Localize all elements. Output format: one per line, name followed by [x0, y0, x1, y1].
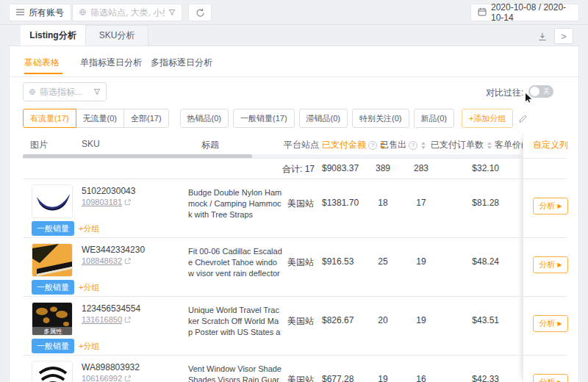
- chip-normal-sellers[interactable]: 一般销量(17): [233, 109, 295, 128]
- chip-all[interactable]: 全部(17): [123, 109, 169, 128]
- date-range-button[interactable]: 2020-10-08 / 2020-10-14: [470, 4, 579, 21]
- subtab-single-metric[interactable]: 单指标逐日分析: [80, 57, 142, 69]
- chip-new-products[interactable]: 新品(0): [414, 109, 454, 128]
- metric-filter-input-wrap: [23, 82, 107, 101]
- external-link-icon: [124, 375, 131, 382]
- row-divider: [23, 355, 567, 356]
- sales-tag[interactable]: 一般销量: [32, 280, 74, 295]
- add-to-group-link[interactable]: +分组: [79, 282, 99, 293]
- window-visor-image: [32, 244, 73, 277]
- all-accounts-label: 所有账号: [29, 7, 64, 19]
- paid-amount-value: $826.67: [322, 315, 354, 325]
- sort-icon[interactable]: [487, 142, 492, 149]
- sort-icon[interactable]: [421, 142, 426, 149]
- help-icon[interactable]: ?: [368, 141, 377, 150]
- unit-price-value: $42.33: [443, 374, 499, 382]
- analyze-button[interactable]: 分析▶: [533, 374, 568, 382]
- col-header-paid-orders[interactable]: 已支付订单数: [431, 139, 492, 151]
- edit-groups-button[interactable]: [519, 114, 528, 123]
- chip-label: 滞销品(0): [306, 113, 340, 124]
- chevron-right-icon: >: [561, 31, 567, 42]
- tab-sku-label: SKU分析: [99, 29, 135, 42]
- product-thumbnail[interactable]: [32, 361, 73, 382]
- subtab-divider: [10, 76, 579, 77]
- world-map-image: 多属性: [32, 303, 73, 336]
- col-header-title: 标题: [201, 139, 219, 151]
- analyze-button[interactable]: 分析▶: [533, 198, 568, 215]
- listing-title: Unique World Travel Tracker Scratch Off …: [188, 305, 282, 339]
- listing-id-link[interactable]: 106166992: [82, 374, 131, 382]
- help-icon[interactable]: ?: [409, 141, 417, 150]
- metric-icon: [29, 85, 36, 98]
- col-header-unit-price: 客单价(已支付: [495, 139, 523, 151]
- add-to-group-link[interactable]: +分组: [79, 223, 99, 234]
- all-accounts-button[interactable]: 所有账号: [9, 4, 71, 21]
- calendar-icon: [478, 7, 487, 18]
- toggle-off-label: 关: [543, 87, 550, 96]
- analyze-button[interactable]: 分析▶: [533, 315, 568, 332]
- row-divider: [23, 296, 567, 297]
- chip-label: 全部(17): [131, 113, 162, 124]
- external-link-icon: [124, 199, 131, 206]
- pencil-icon: [519, 114, 528, 123]
- product-thumbnail[interactable]: [32, 243, 73, 277]
- analyze-caret-icon: ▶: [557, 380, 562, 382]
- tab-listing-analysis[interactable]: Listing分析: [21, 25, 85, 46]
- subtab-multi-label: 多指标逐日分析: [151, 57, 212, 68]
- product-thumbnail[interactable]: [32, 184, 73, 218]
- listing-id-link[interactable]: 131616850: [82, 315, 131, 324]
- analyze-caret-icon: ▶: [557, 262, 562, 268]
- site-filter-input[interactable]: [90, 7, 165, 18]
- collapse-panel-button[interactable]: >: [554, 28, 573, 44]
- chip-hot-sellers[interactable]: 热销品(0): [180, 109, 229, 128]
- analyze-button[interactable]: 分析▶: [533, 256, 568, 273]
- col-header-site: 平台站点: [284, 139, 319, 151]
- add-to-group-link[interactable]: +分组: [79, 341, 99, 352]
- sales-tag[interactable]: 一般销量: [32, 339, 74, 353]
- listing-id-link[interactable]: 108848632: [82, 256, 131, 265]
- site-value: 美国站: [287, 198, 314, 210]
- summary-paid-orders: 283: [395, 163, 447, 173]
- site-filter-input-wrap: [72, 4, 182, 21]
- sku-value: 123456534554: [82, 303, 140, 314]
- chip-label: 一般销量(17): [240, 113, 287, 124]
- metric-filter-input[interactable]: [40, 87, 90, 97]
- funnel-icon: [168, 6, 176, 19]
- summary-paid-amount: $9083.37: [322, 163, 359, 173]
- chip-label: 热销品(0): [187, 113, 221, 124]
- sales-tag[interactable]: 一般销量: [32, 221, 74, 236]
- variant-badge: 多属性: [43, 328, 62, 335]
- paid-orders-value: 19: [395, 315, 447, 325]
- col-header-paid-amount[interactable]: 已支付金额 ?: [322, 139, 385, 151]
- col-header-sold[interactable]: 已售出 ?: [380, 139, 426, 151]
- download-icon: [538, 32, 547, 41]
- subtab-multi-metric[interactable]: 多指标逐日分析: [151, 57, 212, 69]
- listing-id-link[interactable]: 109803181: [82, 198, 131, 206]
- sku-value: 51022030043: [82, 186, 135, 196]
- analyze-caret-icon: ▶: [557, 203, 562, 209]
- paid-amount-value: $916.53: [322, 256, 354, 267]
- unit-price-value: $48.24: [443, 256, 499, 267]
- paid-orders-value: 17: [395, 198, 447, 208]
- chip-has-traffic[interactable]: 有流量(17): [23, 109, 76, 128]
- product-thumbnail[interactable]: 多属性: [32, 302, 73, 336]
- paid-orders-value: 16: [395, 374, 447, 382]
- traffic-filter-group: 有流量(17) 无流量(0) 全部(17): [23, 109, 169, 128]
- hammock-image: [32, 185, 73, 218]
- filter-chips-row: 有流量(17) 无流量(0) 全部(17) 热销品(0) 一般销量(17) 滞销…: [23, 109, 528, 128]
- custom-columns-button[interactable]: 自定义列: [533, 139, 568, 151]
- refresh-button[interactable]: [188, 4, 212, 21]
- chip-no-traffic[interactable]: 无流量(0): [76, 109, 124, 128]
- subtab-basic-table[interactable]: 基础表格: [24, 57, 60, 69]
- chip-watchlist[interactable]: 特别关注(0): [352, 109, 409, 128]
- download-button[interactable]: [535, 30, 550, 43]
- site-value: 美国站: [287, 256, 314, 269]
- chip-label: 无流量(0): [83, 113, 117, 124]
- add-group-button[interactable]: +添加分组: [462, 109, 513, 128]
- paid-amount-value: $1381.70: [322, 198, 359, 208]
- tab-sku-analysis[interactable]: SKU分析: [85, 25, 148, 46]
- chip-slow-sellers[interactable]: 滞销品(0): [299, 109, 348, 128]
- unit-price-value: $81.28: [443, 198, 499, 208]
- col-header-image: 图片: [30, 139, 48, 151]
- row-divider: [23, 158, 567, 159]
